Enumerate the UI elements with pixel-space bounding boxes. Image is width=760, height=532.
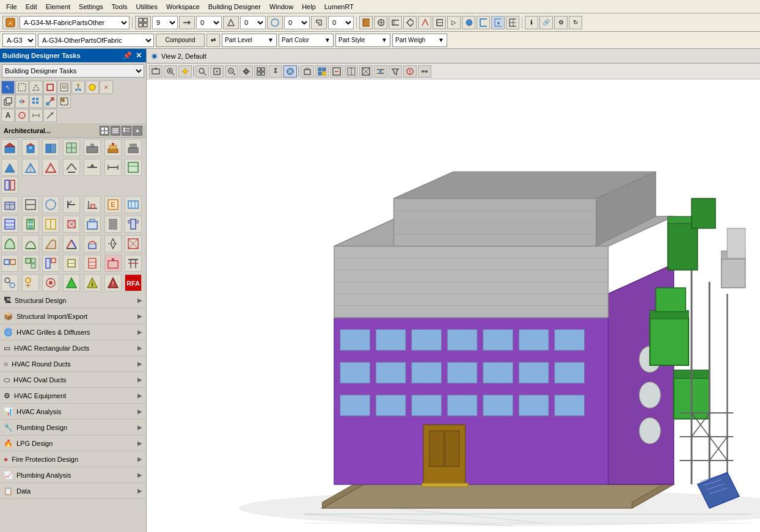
arch-icon-10[interactable] [42, 159, 59, 176]
arch-icon-24[interactable] [22, 216, 39, 233]
task-structural-import[interactable]: 📦 Structural Import/Export ▶ [0, 308, 146, 324]
arch-icon-19[interactable] [63, 196, 80, 213]
task-hvac-equipment[interactable]: ⚙ HVAC Equipment ▶ [0, 388, 146, 404]
delete-btn[interactable]: ✕ [100, 81, 113, 94]
highlight-sel[interactable] [86, 81, 99, 94]
arch-icon-8[interactable] [1, 159, 18, 176]
arch-icon-38[interactable] [22, 255, 39, 272]
arch-icon-15[interactable] [1, 177, 18, 194]
tb-extra10[interactable]: ▼ [491, 16, 505, 29]
arch-icon-40[interactable] [63, 255, 80, 272]
panel-pin-btn[interactable]: 📌 [121, 51, 134, 60]
task-hvac-rect[interactable]: ▭ HVAC Rectangular Ducts ▶ [0, 340, 146, 356]
vt-walk-btn[interactable] [269, 65, 282, 78]
vt-sun-btn[interactable] [178, 65, 192, 78]
arch-icon-31[interactable] [22, 235, 39, 252]
arch-icon-2[interactable] [22, 139, 39, 156]
cursor-tool[interactable]: ↖ [1, 81, 15, 94]
panel-task-select[interactable]: Building Designer Tasks [2, 64, 144, 78]
tb-extra4[interactable] [403, 16, 417, 29]
tb-extra6[interactable] [433, 16, 446, 29]
arch-icon-36[interactable] [125, 235, 142, 252]
arch-icon-6[interactable] [104, 139, 122, 156]
arch-icon-7[interactable] [125, 139, 142, 156]
tb-extra3[interactable] [389, 16, 402, 29]
vt-camera-btn[interactable] [149, 65, 163, 78]
menu-lumenrt[interactable]: LumenRT [321, 2, 357, 12]
arch-icon-14[interactable] [125, 159, 142, 176]
arch-icon-48[interactable] [84, 274, 101, 291]
dim-tool[interactable] [29, 109, 43, 122]
vt-zoom2-btn[interactable] [225, 65, 238, 78]
tb-icon3[interactable] [223, 16, 239, 29]
grid-icon[interactable] [135, 16, 151, 29]
tb-extra5[interactable] [418, 16, 431, 29]
tb-extra9[interactable] [477, 16, 490, 29]
part-style-dropdown[interactable]: Part Style ▼ [335, 34, 390, 47]
arch-icon-11[interactable] [63, 159, 80, 176]
arch-icon-5[interactable] [84, 139, 101, 156]
vt-obj-btn[interactable] [301, 65, 314, 78]
arrow-tool[interactable] [43, 109, 57, 122]
tb-icon5[interactable] [311, 16, 327, 29]
task-fire-protection[interactable]: ● Fire Protection Design ▶ [0, 451, 146, 467]
arch-icon-1[interactable] [1, 139, 18, 156]
text-tool[interactable]: A [1, 109, 15, 122]
menu-element[interactable]: Element [42, 2, 74, 12]
select-box-tool[interactable] [15, 81, 29, 94]
vt-clip-btn[interactable] [330, 65, 343, 78]
part-weight-dropdown[interactable]: Part Weigh ▼ [392, 34, 447, 47]
arch-icon-21[interactable]: E [104, 196, 122, 213]
task-hvac-oval[interactable]: ⬭ HVAC Oval Ducts ▶ [0, 372, 146, 388]
arch-icon-26[interactable] [63, 216, 80, 233]
element-sel[interactable] [43, 81, 57, 94]
arch-icon-28[interactable] [104, 216, 122, 233]
arch-icon-27[interactable] [84, 216, 101, 233]
menu-help[interactable]: Help [298, 2, 320, 12]
tb-icon4[interactable] [267, 16, 283, 29]
arch-header[interactable]: Architectural... ▲ [0, 123, 146, 138]
menu-tools[interactable]: Tools [108, 2, 131, 12]
vt-connect-btn[interactable] [418, 65, 431, 78]
arch-icon-39[interactable] [42, 255, 59, 272]
menu-utilities[interactable]: Utilities [133, 2, 161, 12]
tb-icon2[interactable] [179, 16, 195, 29]
vt-zoom-in-btn[interactable] [164, 65, 177, 78]
view-canvas[interactable] [147, 79, 760, 532]
arch-icon-43[interactable] [125, 255, 142, 272]
arch-icon-42[interactable] [104, 255, 122, 272]
menu-window[interactable]: Window [266, 2, 297, 12]
refresh-btn[interactable]: ↻ [569, 16, 582, 29]
tb-extra7[interactable]: ▷ [447, 16, 461, 29]
vt-tag-btn[interactable] [403, 65, 417, 78]
arch-icon-3[interactable] [42, 139, 59, 156]
copy-tool[interactable] [1, 95, 15, 108]
part-level-dropdown[interactable]: Part Level ▼ [222, 34, 277, 47]
level-select[interactable]: A-G3 [2, 34, 36, 47]
arch-icon-23[interactable] [1, 216, 18, 233]
tree-sel[interactable] [71, 81, 85, 94]
arch-icon-20[interactable] [84, 196, 101, 213]
model-icon-btn[interactable]: A [2, 16, 18, 29]
arch-icon-29[interactable] [125, 216, 142, 233]
settings-btn[interactable]: ⚙ [554, 16, 568, 29]
arch-icon-18[interactable] [42, 196, 59, 213]
group-tool[interactable] [57, 95, 71, 108]
arch-icon-9[interactable] [22, 159, 39, 176]
arch-icon-37[interactable] [1, 255, 18, 272]
arch-grid-icon[interactable] [100, 126, 109, 136]
link-btn[interactable]: 🔗 [539, 16, 553, 29]
fence-tool[interactable] [29, 81, 43, 94]
task-data[interactable]: 📋 Data ▶ [0, 483, 146, 499]
num2-select[interactable]: 0 [196, 16, 222, 29]
array-tool[interactable] [29, 95, 43, 108]
vt-filter-btn[interactable] [389, 65, 402, 78]
vt-fit-btn[interactable] [210, 65, 224, 78]
menu-settings[interactable]: Settings [75, 2, 107, 12]
info-btn[interactable]: ℹ [525, 16, 538, 29]
task-hvac-grilles[interactable]: 🌀 HVAC Grilles & Diffusers ▶ [0, 324, 146, 340]
tb-extra1[interactable] [359, 16, 373, 29]
arch-icon-46[interactable] [42, 274, 59, 291]
arch-icon-47[interactable] [63, 274, 80, 291]
tb-extra11[interactable] [506, 16, 519, 29]
